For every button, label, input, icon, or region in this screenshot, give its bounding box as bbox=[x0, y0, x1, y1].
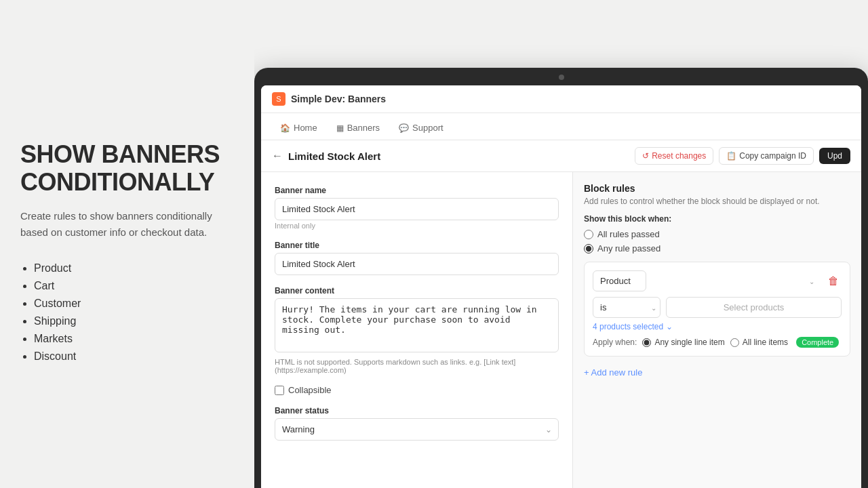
app-window: S Simple Dev: Banners 🏠 Home ▦ Banners 💬… bbox=[261, 85, 861, 488]
apply-when-label: Apply when: bbox=[593, 338, 637, 347]
banner-status-group: Banner status Warning Info Success Error… bbox=[275, 406, 559, 441]
banner-name-hint: Internal only bbox=[275, 222, 559, 230]
tablet-frame: S Simple Dev: Banners 🏠 Home ▦ Banners 💬… bbox=[254, 68, 868, 488]
copy-campaign-id-button[interactable]: 📋 Copy campaign ID bbox=[719, 147, 814, 165]
banner-content-textarea[interactable] bbox=[275, 298, 559, 352]
banner-title-input[interactable] bbox=[275, 253, 559, 275]
add-new-rule-button[interactable]: + Add new rule bbox=[584, 365, 642, 380]
rule-block: Product Cart Customer Shipping Markets D… bbox=[584, 262, 850, 357]
feature-list: Product Cart Customer Shipping Markets D… bbox=[20, 262, 234, 368]
app-icon: S bbox=[272, 92, 285, 106]
back-button[interactable]: ← bbox=[272, 150, 283, 162]
support-icon: 💬 bbox=[399, 123, 409, 133]
home-icon: 🏠 bbox=[280, 123, 290, 133]
banner-name-input[interactable] bbox=[275, 198, 559, 220]
all-line-label: All line items bbox=[743, 338, 788, 347]
all-line-radio[interactable] bbox=[730, 338, 739, 347]
rule-condition-select[interactable]: is is not bbox=[593, 297, 660, 318]
rule-type-select-wrapper: Product Cart Customer Shipping Markets D… bbox=[593, 270, 820, 291]
rule-type-arrow: ⌄ bbox=[809, 277, 814, 285]
rule-delete-button[interactable]: 🗑 bbox=[825, 275, 842, 287]
any-single-label: Any single line item bbox=[654, 338, 724, 347]
list-item: Shipping bbox=[34, 315, 234, 327]
banner-name-group: Banner name Internal only bbox=[275, 186, 559, 230]
rules-title: Block rules bbox=[584, 183, 850, 194]
select-products-button[interactable]: Select products bbox=[666, 297, 842, 318]
list-item: Discount bbox=[34, 350, 234, 363]
app-titlebar: S Simple Dev: Banners bbox=[261, 85, 861, 113]
chevron-down-icon: ⌄ bbox=[666, 322, 673, 331]
complete-badge: Complete bbox=[796, 337, 839, 348]
rules-description: Add rules to control whether the block s… bbox=[584, 197, 850, 206]
banner-content-group: Banner content HTML is not supported. Su… bbox=[275, 286, 559, 374]
any-rule-row: Any rule passed bbox=[584, 243, 850, 253]
any-single-line-item-row: Any single line item bbox=[642, 338, 724, 347]
main-description: Create rules to show banners conditional… bbox=[20, 208, 234, 241]
app-nav: 🏠 Home ▦ Banners 💬 Support bbox=[261, 113, 861, 140]
all-rules-row: All rules passed bbox=[584, 229, 850, 239]
banner-title-label: Banner title bbox=[275, 241, 559, 250]
nav-support[interactable]: 💬 Support bbox=[391, 119, 452, 140]
all-line-items-row: All line items bbox=[730, 338, 788, 347]
tablet-notch bbox=[559, 75, 564, 80]
nav-home[interactable]: 🏠 Home bbox=[272, 119, 326, 140]
nav-support-label: Support bbox=[412, 123, 443, 133]
reset-changes-button[interactable]: ↺ Reset changes bbox=[635, 147, 713, 165]
banner-title-group: Banner title bbox=[275, 241, 559, 275]
reset-icon: ↺ bbox=[642, 151, 649, 161]
page-title: Limited Stock Alert bbox=[288, 150, 380, 162]
nav-home-label: Home bbox=[294, 123, 317, 133]
rule-type-select[interactable]: Product Cart Customer Shipping Markets D… bbox=[593, 270, 646, 291]
banner-status-label: Banner status bbox=[275, 406, 559, 415]
app-title: Simple Dev: Banners bbox=[291, 94, 386, 104]
all-rules-radio[interactable] bbox=[584, 230, 593, 239]
collapsible-row: Collapsible bbox=[275, 385, 559, 395]
rule-type-row: Product Cart Customer Shipping Markets D… bbox=[593, 270, 842, 291]
list-item: Product bbox=[34, 262, 234, 274]
any-rule-label: Any rule passed bbox=[597, 243, 660, 253]
rule-condition-select-wrapper: is is not ⌄ bbox=[593, 297, 660, 318]
collapsible-label: Collapsible bbox=[288, 385, 332, 395]
rule-condition-row: is is not ⌄ Select products bbox=[593, 297, 842, 318]
page-header-left: ← Limited Stock Alert bbox=[272, 150, 380, 162]
rules-panel: Block rules Add rules to control whether… bbox=[573, 172, 861, 488]
all-rules-label: All rules passed bbox=[597, 229, 660, 239]
any-single-radio[interactable] bbox=[642, 338, 651, 347]
banner-content-label: Banner content bbox=[275, 286, 559, 296]
form-panel: Banner name Internal only Banner title B… bbox=[261, 172, 573, 488]
left-panel: SHOW BANNERS CONDITIONALLY Create rules … bbox=[0, 0, 254, 488]
banner-status-select-wrapper: Warning Info Success Error ⌄ bbox=[275, 418, 559, 441]
list-item: Markets bbox=[34, 333, 234, 345]
banner-content-note: HTML is not supported. Supports markdown… bbox=[275, 358, 559, 374]
page-header: ← Limited Stock Alert ↺ Reset changes 📋 … bbox=[261, 140, 861, 172]
banner-name-label: Banner name bbox=[275, 186, 559, 195]
page-header-right: ↺ Reset changes 📋 Copy campaign ID Upd bbox=[635, 147, 850, 165]
products-selected-link[interactable]: 4 products selected ⌄ bbox=[593, 322, 842, 331]
collapsible-checkbox[interactable] bbox=[275, 386, 284, 395]
app-content: Banner name Internal only Banner title B… bbox=[261, 172, 861, 488]
apply-when-row: Apply when: Any single line item All lin… bbox=[593, 337, 842, 348]
banner-status-select[interactable]: Warning Info Success Error bbox=[275, 418, 559, 441]
any-rule-radio[interactable] bbox=[584, 244, 593, 253]
right-panel: S Simple Dev: Banners 🏠 Home ▦ Banners 💬… bbox=[254, 0, 868, 488]
nav-banners-label: Banners bbox=[347, 123, 380, 133]
show-block-radio-group: All rules passed Any rule passed bbox=[584, 229, 850, 253]
list-item: Customer bbox=[34, 298, 234, 310]
banners-icon: ▦ bbox=[336, 123, 344, 133]
main-heading: SHOW BANNERS CONDITIONALLY bbox=[20, 140, 234, 197]
list-item: Cart bbox=[34, 280, 234, 292]
show-block-label: Show this block when: bbox=[584, 214, 850, 224]
nav-banners[interactable]: ▦ Banners bbox=[328, 119, 388, 140]
update-button[interactable]: Upd bbox=[819, 148, 850, 164]
copy-icon: 📋 bbox=[726, 151, 736, 161]
